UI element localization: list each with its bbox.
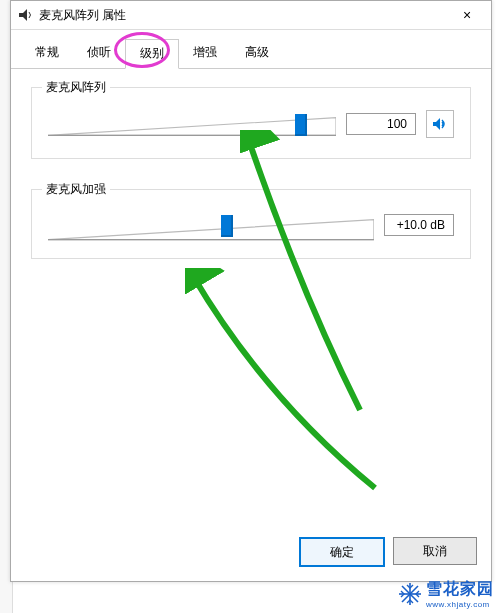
speaker-icon	[432, 116, 448, 132]
group-mic-array: 麦克风阵列 100	[31, 87, 471, 159]
tab-content-levels: 麦克风阵列 100	[11, 69, 491, 299]
titlebar: 麦克风阵列 属性 ×	[11, 1, 491, 30]
window-title: 麦克风阵列 属性	[39, 7, 447, 24]
properties-dialog: 麦克风阵列 属性 × 常规 侦听 级别 增强 高级 麦克风阵列 100	[10, 0, 492, 582]
svg-marker-3	[433, 118, 440, 130]
tab-levels[interactable]: 级别	[125, 39, 179, 69]
snowflake-icon	[398, 582, 422, 606]
tab-general[interactable]: 常规	[21, 39, 73, 69]
watermark: 雪花家园 www.xhjaty.com	[398, 579, 494, 609]
svg-marker-0	[19, 9, 27, 21]
mic-boost-slider-thumb[interactable]	[221, 215, 233, 237]
svg-marker-4	[48, 220, 374, 240]
tab-bar: 常规 侦听 级别 增强 高级	[11, 30, 491, 69]
watermark-text: 雪花家园	[426, 579, 494, 600]
mic-array-slider[interactable]	[48, 111, 336, 137]
group-mic-boost-label: 麦克风加强	[42, 181, 110, 198]
group-mic-array-label: 麦克风阵列	[42, 79, 110, 96]
watermark-url: www.xhjaty.com	[426, 600, 494, 609]
audio-device-icon	[19, 9, 33, 21]
close-button[interactable]: ×	[447, 2, 487, 28]
tab-enhance[interactable]: 增强	[179, 39, 231, 69]
group-mic-boost: 麦克风加强 +10.0 dB	[31, 189, 471, 259]
mic-boost-slider[interactable]	[48, 212, 374, 238]
ok-button[interactable]: 确定	[299, 537, 385, 567]
cancel-button[interactable]: 取消	[393, 537, 477, 565]
svg-marker-1	[48, 118, 336, 136]
mic-array-slider-thumb[interactable]	[295, 114, 307, 136]
mic-boost-value[interactable]: +10.0 dB	[384, 214, 454, 236]
tab-listen[interactable]: 侦听	[73, 39, 125, 69]
mic-array-value[interactable]: 100	[346, 113, 416, 135]
tab-advanced[interactable]: 高级	[231, 39, 283, 69]
mute-button[interactable]	[426, 110, 454, 138]
